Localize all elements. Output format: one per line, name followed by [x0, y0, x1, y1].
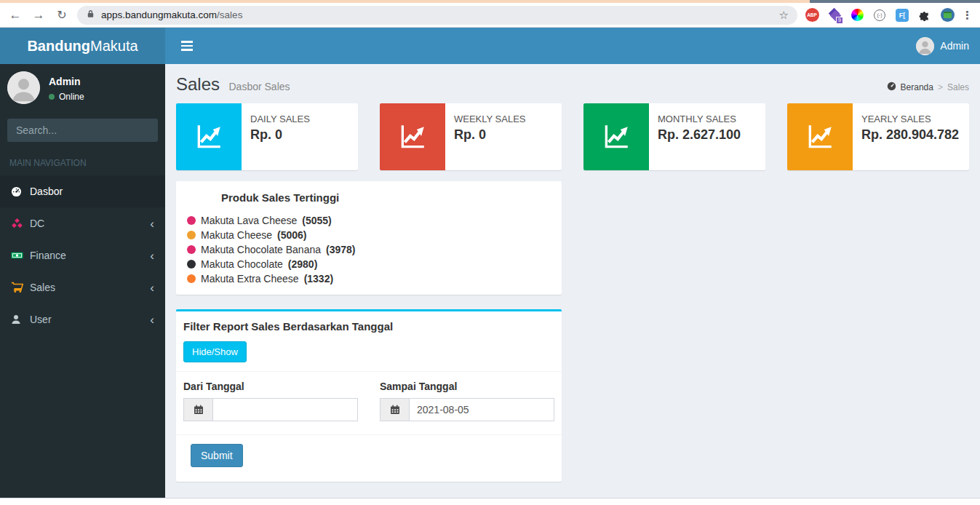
breadcrumb-home[interactable]: Beranda [901, 82, 933, 92]
calendar-icon [380, 398, 409, 421]
legend-product-name: Makuta Lava Cheese [201, 215, 297, 226]
legend-product-name: Makuta Chocolate [201, 258, 283, 270]
info-box-value: Rp. 2.627.100 [658, 127, 741, 143]
filter-box: Filter Report Sales Berdasarkan Tanggal … [176, 309, 562, 482]
back-icon[interactable]: ← [7, 9, 23, 21]
from-date-label: Dari Tanggal [183, 381, 358, 392]
color-wheel-extension-icon[interactable] [850, 8, 864, 23]
legend-item: Makuta Chocolate (2980) [187, 257, 551, 271]
legend-product-name: Makuta Chocolate Banana [201, 244, 321, 255]
info-box-weekly-sales: WEEKLY SALES Rp. 0 [380, 103, 562, 170]
forward-icon[interactable]: → [31, 9, 47, 21]
user-icon [11, 314, 30, 325]
app-logo[interactable]: BandungMakuta [0, 28, 165, 64]
legend-dot-icon [187, 231, 196, 239]
info-box-label: DAILY SALES [250, 114, 310, 124]
breadcrumb-current: Sales [947, 82, 969, 92]
to-date-field: Sampai Tanggal [380, 381, 554, 421]
legend-dot-icon [187, 216, 196, 225]
user-menu-label: Admin [940, 40, 969, 52]
stack-extension-icon[interactable]: 9 [827, 8, 842, 23]
browser-menu-icon[interactable]: ⋮ [962, 9, 973, 22]
legend-dot-icon [187, 274, 196, 283]
extension-badge: 9 [836, 17, 843, 24]
sidebar-item-label: Sales [30, 282, 55, 293]
chart-line-icon [787, 103, 853, 170]
sidebar-item-label: User [30, 314, 52, 325]
legend-item: Makuta Lava Cheese (5055) [187, 213, 551, 228]
main-footer [0, 498, 980, 505]
legend-product-count: (5006) [277, 229, 306, 241]
cart-icon [11, 282, 30, 293]
info-box-daily-sales: DAILY SALES Rp. 0 [176, 103, 358, 170]
app-header: BandungMakuta Admin [0, 28, 980, 64]
search-button[interactable] [156, 119, 158, 142]
info-box-value: Rp. 280.904.782 [861, 127, 959, 143]
top-products-box: Produk Sales Tertinggi Makuta Lava Chees… [176, 181, 562, 295]
lock-icon [86, 9, 95, 22]
chart-line-icon [583, 103, 649, 170]
chart-line-icon [176, 103, 242, 170]
chart-line-icon [380, 103, 445, 170]
legend-product-count: (3978) [326, 244, 355, 255]
info-box-label: MONTHLY SALES [658, 114, 741, 124]
info-box-yearly-sales: YEARLY SALES Rp. 280.904.782 [787, 103, 969, 170]
sidebar-item-dc[interactable]: DC ‹ [0, 207, 165, 239]
top-navbar: Admin [165, 28, 980, 64]
legend-item: Makuta Chocolate Banana (3978) [187, 242, 551, 257]
sidebar-user-name: Admin [49, 76, 84, 87]
sidebar-item-label: Dasbor [30, 186, 63, 197]
sidebar-item-label: Finance [30, 250, 66, 261]
info-box-label: WEEKLY SALES [454, 114, 526, 124]
cubes-icon [11, 218, 30, 229]
filter-form: Dari Tanggal Sampai Tanggal [176, 371, 562, 434]
sidebar-toggle-icon[interactable] [178, 36, 196, 55]
bookmark-star-icon[interactable]: ☆ [779, 9, 789, 22]
terminal-extension-icon[interactable] [940, 8, 955, 23]
sidebar-item-dasbor[interactable]: Dasbor [0, 175, 165, 207]
url-path: /sales [217, 9, 242, 20]
url-host: apps.bandungmakuta.com [101, 9, 217, 20]
browser-toolbar: ← → ↻ apps.bandungmakuta.com/sales ☆ ABP… [0, 3, 980, 28]
hide-show-button[interactable]: Hide/Show [183, 341, 247, 362]
sidebar-item-label: DC [30, 218, 44, 229]
submit-button[interactable]: Submit [191, 444, 243, 467]
face-extension-icon[interactable]: (-) [872, 8, 887, 23]
extensions-row: ABP 9 (-) F[ [805, 8, 955, 23]
filter-header: Filter Report Sales Berdasarkan Tanggal … [176, 311, 562, 371]
sidebar-item-user[interactable]: User ‹ [0, 303, 165, 335]
page-title: Sales [176, 74, 220, 94]
legend-product-name: Makuta Extra Cheese [201, 273, 299, 285]
main-content: Sales Dasbor Sales Beranda > Sales DAILY… [165, 64, 980, 498]
legend-product-count: (5055) [302, 215, 331, 226]
legend-dot-icon [187, 260, 196, 269]
legend-product-name: Makuta Cheese [201, 229, 272, 241]
legend-item: Makuta Cheese (5006) [187, 228, 551, 242]
breadcrumb: Beranda > Sales [887, 81, 969, 93]
sidebar-item-sales[interactable]: Sales ‹ [0, 271, 165, 303]
dashboard-icon [11, 186, 30, 197]
top-products-legend: Makuta Lava Cheese (5055) Makuta Cheese … [187, 213, 551, 286]
top-products-title: Produk Sales Tertinggi [187, 191, 551, 204]
legend-product-count: (2980) [288, 258, 317, 270]
sidebar-search [7, 119, 158, 142]
fi-extension-icon[interactable]: F[ [895, 8, 909, 23]
online-status-icon [49, 94, 55, 100]
from-date-input[interactable] [212, 398, 358, 421]
puzzle-extensions-icon[interactable] [917, 8, 932, 23]
content-header: Sales Dasbor Sales Beranda > Sales [176, 64, 969, 95]
page-subtitle: Dasbor Sales [229, 81, 290, 92]
to-date-input[interactable] [409, 398, 554, 421]
sidebar-item-finance[interactable]: Finance ‹ [0, 239, 165, 271]
reload-icon[interactable]: ↻ [54, 9, 70, 21]
chevron-left-icon: ‹ [150, 314, 154, 326]
address-bar[interactable]: apps.bandungmakuta.com/sales ☆ [77, 6, 797, 25]
user-menu[interactable]: Admin [916, 37, 969, 55]
sidebar-user-panel: Admin Online [0, 64, 165, 111]
search-input[interactable] [7, 119, 156, 142]
from-date-field: Dari Tanggal [183, 381, 358, 421]
adblock-extension-icon[interactable]: ABP [805, 8, 819, 23]
filter-footer: Submit [176, 434, 562, 482]
money-icon [11, 250, 30, 261]
info-box-value: Rp. 0 [454, 127, 526, 143]
